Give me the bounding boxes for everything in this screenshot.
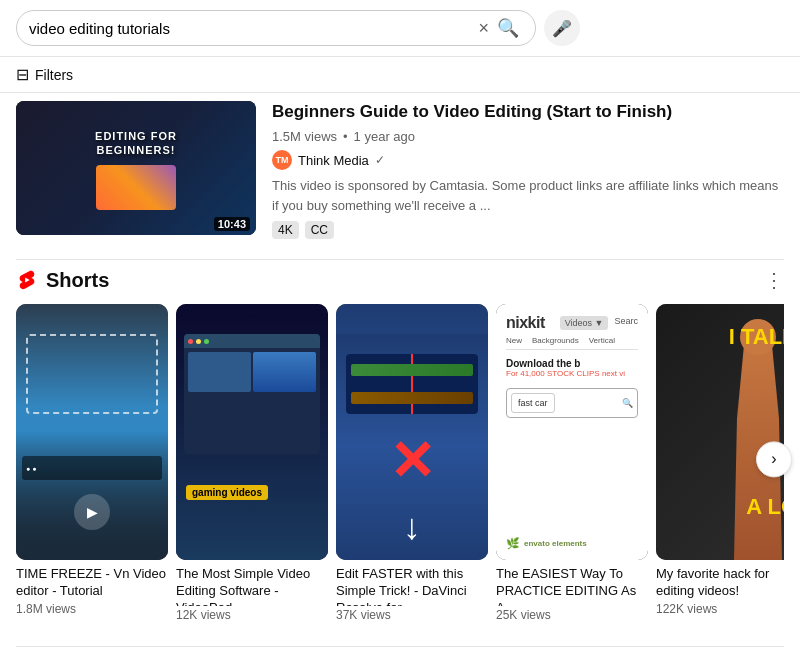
shorts-header: Shorts ⋮: [16, 268, 784, 292]
nixkit-logo: nixkit: [506, 314, 545, 332]
girl-inner: I TALK A LO: [656, 304, 784, 560]
featured-video-result: EDITING FORBEGINNERS! 10:43 Beginners Gu…: [16, 101, 784, 239]
short-title-3: Edit FASTER with this Simple Trick! - Da…: [336, 566, 488, 606]
filters-bar: ⊟ Filters: [0, 57, 800, 93]
channel-name[interactable]: Think Media: [298, 153, 369, 168]
featured-channel-row: TM Think Media ✓: [272, 150, 784, 170]
search-clear-button[interactable]: ×: [474, 18, 493, 39]
nixkit-download: Download the b For 41,000 STOCK CLIPS ne…: [506, 358, 638, 378]
featured-description: This video is sponsored by Camtasia. Som…: [272, 176, 784, 215]
nixkit-search: fast car 🔍: [506, 388, 638, 418]
short-views-3: 37K views: [336, 608, 488, 622]
section-divider-2: [16, 646, 784, 647]
short-card-3[interactable]: ✕ ↓ Edit FASTER with this Simple Trick! …: [336, 304, 488, 622]
laptop-graphic: [96, 165, 176, 210]
edit-overlay: ✕ ↓: [336, 304, 488, 560]
nixkit-footer: 🌿 envato elements: [506, 537, 638, 550]
short-thumb-5: I TALK A LO: [656, 304, 784, 560]
badge-4k: 4K: [272, 221, 299, 239]
short-views-1: 1.8M views: [16, 602, 168, 616]
shorts-more-button[interactable]: ⋮: [764, 268, 784, 292]
filters-label: Filters: [35, 67, 73, 83]
featured-video-title[interactable]: Beginners Guide to Video Editing (Start …: [272, 101, 784, 123]
main-content: EDITING FORBEGINNERS! 10:43 Beginners Gu…: [0, 93, 800, 658]
short-card-1[interactable]: ▶ ● ● TIME FREEZE - Vn Video editor - Tu…: [16, 304, 168, 622]
scroll-right-button[interactable]: ›: [756, 441, 792, 477]
gaming-label: gaming videos: [186, 485, 268, 500]
shorts-scroll-container: ▶ ● ● TIME FREEZE - Vn Video editor - Tu…: [16, 304, 784, 622]
short-title-5: My favorite hack for editing videos!: [656, 566, 784, 600]
filters-button[interactable]: ⊟ Filters: [16, 65, 73, 84]
short-title-4: The EASIEST Way To PRACTICE EDITING As A…: [496, 566, 648, 606]
featured-video-meta: 1.5M views • 1 year ago: [272, 129, 784, 144]
mic-button[interactable]: 🎤: [544, 10, 580, 46]
girl-talk-text: I TALK: [729, 324, 784, 350]
verified-icon: ✓: [375, 153, 385, 167]
shorts-label: Shorts: [46, 269, 109, 292]
search-input[interactable]: [29, 20, 474, 37]
short-card-2[interactable]: gaming videos The Most Simple Video Edit…: [176, 304, 328, 622]
nixkit-nav: New Backgrounds Vertical: [506, 336, 638, 350]
traffic-overlay: [26, 334, 158, 414]
short-thumb-1: ▶ ● ●: [16, 304, 168, 560]
short-title-1: TIME FREEZE - Vn Video editor - Tutorial: [16, 566, 168, 600]
section-divider: [16, 259, 784, 260]
short-views-2: 12K views: [176, 608, 328, 622]
badge-cc: CC: [305, 221, 334, 239]
shorts-section: Shorts ⋮ ▶: [16, 268, 784, 622]
filters-icon: ⊟: [16, 65, 29, 84]
short-thumb-2: gaming videos: [176, 304, 328, 560]
search-input-wrapper: × 🔍: [16, 10, 536, 46]
shorts-grid: ▶ ● ● TIME FREEZE - Vn Video editor - Tu…: [16, 304, 784, 622]
featured-video-info: Beginners Guide to Video Editing (Start …: [272, 101, 784, 239]
featured-age: 1 year ago: [354, 129, 415, 144]
short-title-2: The Most Simple Video Editing Software -…: [176, 566, 328, 606]
short-views-5: 122K views: [656, 602, 784, 616]
short-views-4: 25K views: [496, 608, 648, 622]
nixkit-tabs: Videos ▼ Searc: [560, 316, 638, 330]
short-card-4[interactable]: nixkit Videos ▼ Searc New Backgrounds: [496, 304, 648, 622]
girl-lo-text: A LO: [746, 494, 784, 520]
video-duration: 10:43: [214, 217, 250, 231]
search-bar: × 🔍 🎤: [0, 0, 800, 57]
channel-avatar: TM: [272, 150, 292, 170]
shorts-title-row: Shorts: [16, 269, 109, 292]
nixkit-header: nixkit Videos ▼ Searc: [506, 314, 638, 332]
featured-thumbnail[interactable]: EDITING FORBEGINNERS! 10:43: [16, 101, 256, 235]
short-thumb-4: nixkit Videos ▼ Searc New Backgrounds: [496, 304, 648, 560]
featured-views: 1.5M views: [272, 129, 337, 144]
short-thumb-3: ✕ ↓: [336, 304, 488, 560]
search-submit-button[interactable]: 🔍: [493, 17, 523, 39]
badge-row: 4K CC: [272, 221, 784, 239]
shorts-icon: [16, 269, 38, 291]
